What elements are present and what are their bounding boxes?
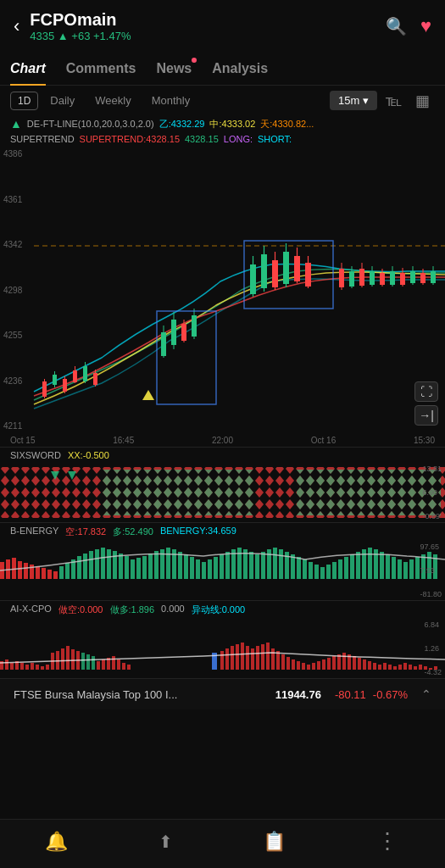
- tf-weekly[interactable]: Weekly: [86, 91, 139, 110]
- aixcpo-svg: [0, 619, 445, 678]
- svg-rect-179: [297, 661, 300, 670]
- ind1-orange: 天:4330.82...: [260, 118, 314, 131]
- svg-rect-171: [256, 646, 259, 670]
- ind2-green: 4328.15: [185, 134, 219, 144]
- svg-rect-123: [356, 552, 360, 579]
- aixcpo-diff: 异动线:0.000: [192, 604, 246, 616]
- svg-rect-130: [398, 559, 402, 579]
- svg-rect-182: [312, 663, 315, 670]
- benergy-value: BENERGY:34.659: [160, 526, 236, 538]
- svg-rect-146: [46, 665, 49, 670]
- svg-rect-122: [350, 554, 354, 579]
- svg-rect-60: [297, 470, 441, 515]
- chart-overlay-buttons: ⛶ →|: [414, 381, 438, 426]
- svg-rect-101: [225, 552, 230, 579]
- svg-rect-69: [36, 566, 40, 579]
- svg-rect-199: [398, 665, 402, 670]
- tab-chart[interactable]: Chart: [10, 53, 46, 85]
- svg-rect-194: [373, 663, 376, 670]
- ticker-expand-icon[interactable]: ⌃: [421, 687, 431, 701]
- svg-rect-193: [368, 661, 371, 670]
- back-button[interactable]: ‹: [14, 15, 19, 37]
- layout-icon[interactable]: ▦: [410, 92, 435, 110]
- fullscreen-button[interactable]: ⛶: [414, 381, 438, 402]
- svg-rect-119: [332, 562, 337, 579]
- ticker-change: -80.11: [335, 688, 366, 701]
- svg-rect-77: [83, 554, 87, 579]
- ind1-label: DE-FT-LINE(10.0,20.0,3.0,2.0): [27, 119, 154, 129]
- svg-rect-103: [237, 548, 242, 579]
- nav-more-button[interactable]: ⋮: [376, 828, 400, 854]
- svg-rect-99: [214, 557, 218, 579]
- svg-rect-88: [148, 554, 153, 579]
- svg-rect-186: [332, 656, 336, 670]
- ind2-long: LONG:: [224, 134, 253, 144]
- svg-rect-76: [77, 556, 81, 579]
- svg-rect-121: [344, 557, 348, 579]
- svg-rect-83: [119, 554, 123, 579]
- svg-rect-125: [368, 548, 372, 579]
- tf-daily[interactable]: Daily: [42, 91, 83, 110]
- news-dot: [192, 58, 197, 63]
- svg-rect-138: [5, 659, 8, 670]
- x-label-4: 15:30: [414, 436, 435, 445]
- svg-rect-106: [255, 554, 259, 579]
- svg-rect-96: [196, 559, 200, 579]
- nav-watchlist-button[interactable]: 📋: [263, 831, 286, 853]
- header-title-block: FCPOmain 4335 ▲ +63 +1.47%: [30, 10, 375, 42]
- tab-analysis[interactable]: Analysis: [212, 53, 268, 85]
- nav-alerts-button[interactable]: 🔔: [45, 831, 68, 853]
- benergy-long: 多:52.490: [113, 526, 153, 538]
- ticker-name: FTSE Bursa Malaysia Top 100 I...: [14, 688, 269, 701]
- arrow-up-icon: ▲: [10, 117, 22, 131]
- heart-icon[interactable]: ♥: [420, 15, 431, 37]
- svg-rect-66: [18, 561, 22, 579]
- search-icon[interactable]: 🔍: [386, 16, 407, 36]
- svg-rect-170: [251, 648, 254, 670]
- ind2-short: SHORT:: [258, 134, 292, 144]
- svg-rect-107: [261, 552, 265, 579]
- arrow-right-button[interactable]: →|: [414, 405, 438, 426]
- svg-rect-116: [314, 565, 319, 579]
- svg-rect-178: [292, 659, 295, 670]
- svg-rect-192: [363, 659, 366, 670]
- bottom-ticker: FTSE Bursa Malaysia Top 100 I... 11944.7…: [0, 678, 445, 709]
- period-1d-button[interactable]: 1D: [10, 92, 38, 110]
- share-icon: ⬆: [159, 832, 173, 852]
- tab-comments[interactable]: Comments: [66, 53, 136, 85]
- benergy-indicator: B-ENERGY 空:17.832 多:52.490 BENERGY:34.65…: [0, 522, 445, 600]
- svg-rect-139: [10, 663, 14, 670]
- svg-rect-161: [122, 663, 125, 670]
- svg-rect-94: [184, 554, 188, 579]
- svg-rect-156: [97, 661, 100, 670]
- svg-rect-65: [12, 558, 16, 579]
- svg-rect-155: [92, 656, 95, 670]
- tab-news[interactable]: News: [156, 53, 192, 85]
- chart-type-icon[interactable]: ℡: [381, 92, 407, 110]
- svg-rect-201: [409, 665, 412, 670]
- timeframe-bar: 1D Daily Weekly Monthly 15m ▾ ℡ ▦: [0, 86, 445, 115]
- svg-rect-98: [208, 559, 212, 579]
- svg-rect-164: [220, 651, 224, 670]
- indicator-row-2: SUPERTREND SUPERTREND:4328.15 4328.15 LO…: [0, 132, 445, 146]
- svg-rect-113: [297, 557, 301, 579]
- ind1-cyan: 乙:4332.29: [159, 118, 205, 131]
- svg-rect-159: [112, 656, 115, 670]
- svg-rect-87: [142, 556, 147, 579]
- benergy-title: B-ENERGY: [10, 526, 58, 538]
- svg-rect-150: [66, 646, 70, 670]
- benergy-short: 空:17.832: [65, 526, 106, 538]
- x-label-2: 22:00: [212, 436, 233, 445]
- svg-rect-162: [127, 665, 131, 670]
- tf-15m[interactable]: 15m ▾: [330, 91, 377, 110]
- svg-rect-85: [131, 559, 135, 579]
- nav-share-button[interactable]: ⬆: [159, 832, 173, 852]
- svg-rect-145: [41, 666, 44, 670]
- tf-monthly[interactable]: Monthly: [143, 91, 199, 110]
- svg-rect-117: [320, 567, 325, 579]
- bottom-nav: 🔔 ⬆ 📋 ⋮: [0, 819, 445, 868]
- svg-rect-114: [303, 559, 307, 579]
- svg-rect-142: [25, 665, 29, 670]
- svg-rect-143: [31, 663, 34, 670]
- svg-rect-105: [249, 552, 253, 579]
